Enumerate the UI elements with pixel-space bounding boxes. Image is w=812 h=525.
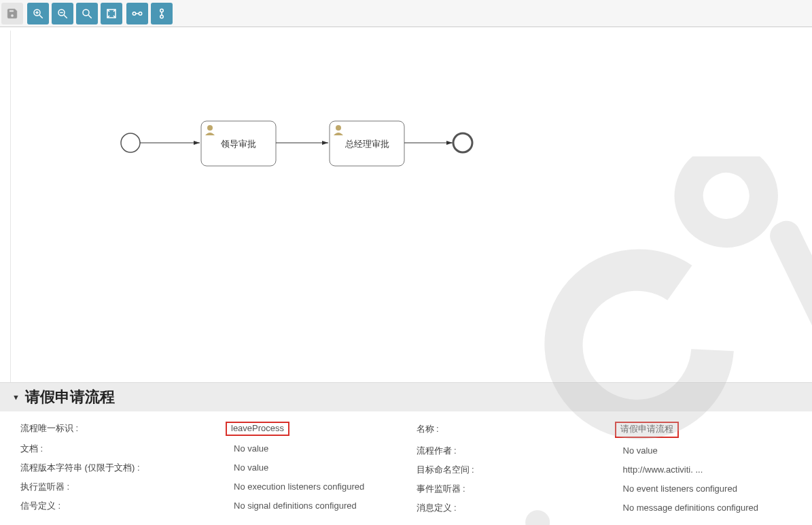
prop-label-event-listener: 事件监听器 :: [417, 483, 620, 495]
zoom-reset-icon: [81, 7, 93, 20]
svg-point-17: [336, 125, 341, 131]
prop-value-process-id[interactable]: leaveProcess: [226, 422, 289, 436]
task-label: 总经理审批: [345, 139, 389, 149]
prop-label-doc: 文档 :: [20, 443, 231, 455]
prop-value-message[interactable]: No message definitions configured: [620, 502, 761, 513]
zoom-in-icon: [32, 7, 44, 20]
svg-line-5: [64, 15, 67, 18]
panel-header[interactable]: ▼ 请假申请流程: [0, 382, 812, 411]
svg-line-1: [39, 15, 43, 18]
start-event[interactable]: [121, 133, 140, 152]
align-horizontal-icon: [131, 7, 143, 20]
svg-point-14: [160, 15, 164, 18]
zoom-in-button[interactable]: [27, 3, 49, 24]
bpmn-diagram: 领导审批 总经理审批: [11, 31, 500, 235]
svg-point-11: [139, 12, 142, 15]
prop-value-name[interactable]: 请假申请流程: [615, 422, 679, 438]
prop-value-exec-listener[interactable]: No execution listeners configured: [231, 481, 367, 492]
prop-label-signal: 信号定义 :: [20, 500, 231, 512]
align-horizontal-button[interactable]: [126, 3, 148, 24]
prop-label-message: 消息定义 :: [417, 502, 620, 514]
svg-point-13: [160, 9, 164, 12]
panel-title: 请假申请流程: [25, 387, 115, 407]
prop-value-signal[interactable]: No signal definitions configured: [231, 500, 359, 511]
prop-value-event-listener[interactable]: No event listeners configured: [620, 483, 740, 494]
prop-label-exec-listener: 执行监听器 :: [20, 481, 231, 493]
prop-value-doc[interactable]: No value: [231, 443, 271, 454]
zoom-out-icon: [56, 7, 69, 20]
zoom-fit-button[interactable]: [101, 3, 122, 24]
zoom-out-button[interactable]: [52, 3, 73, 24]
properties-panel: ▼ 请假申请流程 流程唯一标识 : leaveProcess 文档 : No v…: [0, 382, 812, 518]
svg-point-16: [207, 125, 213, 131]
end-event[interactable]: [453, 133, 472, 152]
svg-point-10: [133, 12, 136, 15]
save-icon: [6, 7, 18, 20]
prop-value-namespace[interactable]: http://www.activiti. ...: [620, 464, 706, 475]
task-label: 领导审批: [221, 139, 256, 149]
align-vertical-button[interactable]: [151, 3, 173, 24]
zoom-fit-icon: [105, 7, 118, 20]
prop-label-version: 流程版本字符串 (仅限于文档) :: [20, 462, 231, 474]
prop-value-author[interactable]: No value: [620, 445, 660, 456]
prop-label-author: 流程作者 :: [417, 445, 620, 457]
toolbar: [0, 0, 812, 27]
align-vertical-icon: [156, 7, 168, 20]
prop-value-version[interactable]: No value: [231, 462, 271, 473]
svg-line-8: [88, 15, 92, 18]
prop-label-name: 名称 :: [417, 423, 620, 435]
diagram-canvas[interactable]: 领导审批 总经理审批: [10, 31, 812, 384]
svg-point-7: [83, 10, 89, 16]
caret-down-icon: ▼: [12, 393, 20, 401]
zoom-reset-button[interactable]: [76, 3, 98, 24]
prop-label-namespace: 目标命名空间 :: [417, 464, 620, 476]
save-button[interactable]: [1, 3, 23, 24]
prop-label-process-id: 流程唯一标识 :: [20, 422, 231, 435]
